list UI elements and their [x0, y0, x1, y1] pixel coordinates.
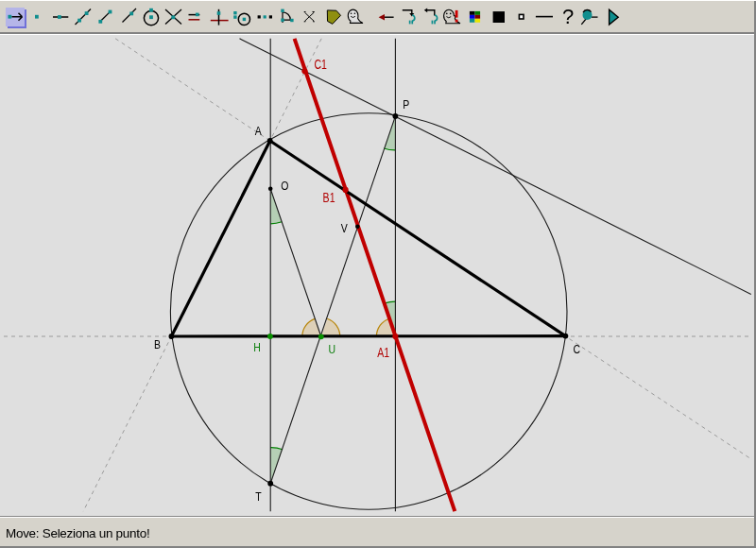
svg-text:P: P [403, 97, 409, 111]
svg-text:U: U [328, 342, 335, 355]
svg-text:T: T [255, 489, 261, 503]
svg-text:C1: C1 [314, 58, 327, 73]
svg-text:A1: A1 [377, 345, 389, 360]
svg-text:H: H [253, 340, 261, 353]
svg-text:B: B [154, 337, 161, 351]
svg-text:C: C [573, 342, 580, 355]
svg-text:V: V [341, 221, 348, 234]
svg-text:A: A [255, 124, 262, 137]
svg-text:?: ? [562, 5, 574, 28]
svg-text:O: O [281, 179, 288, 192]
svg-text:B1: B1 [323, 191, 335, 206]
